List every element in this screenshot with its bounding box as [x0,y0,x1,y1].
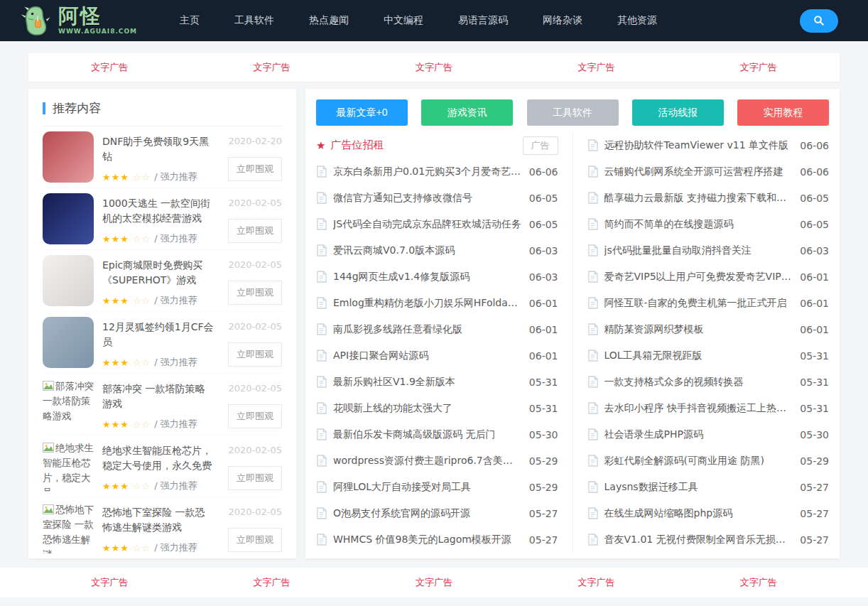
view-now-button[interactable]: 立即围观 [228,157,282,181]
article-date: 05-31 [529,377,558,388]
rating-text: / 强力推荐 [154,480,197,492]
text-ad-link[interactable]: 文字广告 [28,61,190,74]
text-ad-link[interactable]: 文字广告 [190,576,352,589]
recommended-item: DNF助手免费领取9天黑钻★★★☆☆/ 强力推荐2020-02-20立即围观 [43,126,282,188]
article-link[interactable]: 爱讯云商城V0.7.0版本源码 [333,244,522,257]
text-ad-link[interactable]: 文字广告 [353,61,515,74]
recommended-item-title[interactable]: DNF助手免费领取9天黑钻 [102,136,209,162]
article-link[interactable]: 最新伯乐发卡商城高级版源码 无后门 [333,428,522,441]
article-link[interactable]: 云铺购代刷网系统全开源可运营程序搭建 [604,166,793,178]
broken-image-icon [43,381,54,391]
article-link[interactable]: 爱奇艺VIP5以上用户可免费发爱奇艺VIP红包 [604,271,793,283]
view-now-button[interactable]: 立即围观 [228,281,282,305]
article-link[interactable]: 社会语录生成PHP源码 [604,428,793,441]
view-now-button[interactable]: 立即围观 [228,342,282,367]
article-link[interactable]: LOL工具箱无限视距版 [604,350,793,362]
article-link[interactable]: 彩虹代刷全解源码(可商业用途 防黑) [604,455,793,467]
article-row: 酷享磁力云最新版 支持磁力搜索下载和一...06-05 [587,185,830,211]
article-row: 阿狸LOL大厅自动接受对局工具05-29 [316,474,558,500]
article-link[interactable]: 酷享磁力云最新版 支持磁力搜索下载和一... [604,192,793,205]
articles-panel: 最新文章+0游戏资讯工具软件活动线报实用教程 ★ 广告位招租 广告 京东白条新用… [305,89,840,558]
article-link[interactable]: Emlog重构精仿老版小刀娱乐网HFoldao模... [333,297,522,310]
category-button[interactable]: 活动线报 [632,99,724,126]
category-button[interactable]: 工具软件 [527,99,619,126]
article-link[interactable]: 去水印小程序 快手抖音视频搬运工上热门... [604,402,793,415]
article-link[interactable]: API接口聚合网站源码 [333,350,522,362]
article-link[interactable]: 阿怪互联-自家的免费主机第一批正式开启 [604,297,793,310]
ad-slot-link[interactable]: 广告位招租 [330,139,522,152]
article-link[interactable]: 南瓜影视多线路任意看绿化版 [333,323,522,336]
article-link[interactable]: 144g网页生成v1.4修复版源码 [333,271,522,283]
article-link[interactable]: Laysns数据迁移工具 [604,481,793,494]
article-row: 最新伯乐发卡商城高级版源码 无后门05-30 [316,421,558,448]
text-ad-link[interactable]: 文字广告 [515,576,677,589]
view-now-button[interactable]: 立即围观 [228,404,282,428]
article-link[interactable]: wordpress资源付费主题ripro6.7含美化包... [333,455,522,467]
nav-item[interactable]: 主页 [180,14,200,27]
star-filled-icons: ★★★ [102,419,129,430]
article-link[interactable]: 音友V1.01 无视付费限制全网音乐无损免费... [604,534,793,546]
category-button[interactable]: 游戏资讯 [421,99,513,126]
article-link[interactable]: 京东白条新用户0.01元购买3个月爱奇艺黄... [333,166,522,178]
article-link[interactable]: 远程协助软件TeamViewer v11 单文件版 [604,139,793,152]
text-ad-link[interactable]: 文字广告 [190,61,352,74]
thumbnail[interactable] [43,317,94,368]
file-icon [587,166,598,178]
view-now-button[interactable]: 立即围观 [228,528,282,552]
broken-thumbnail[interactable]: 部落冲突 一款塔防策略游戏 [43,379,94,430]
thumbnail[interactable] [43,193,94,244]
nav-item[interactable]: 易语言源码 [458,14,508,27]
thumbnail[interactable] [43,255,94,306]
site-logo[interactable]: 阿怪 WWW.AGUAI8.COM [20,4,137,37]
article-row: wordpress资源付费主题ripro6.7含美化包...05-29 [316,448,558,474]
rating: ★★★☆☆/ 强力推荐 [102,480,214,492]
nav-item[interactable]: 工具软件 [234,14,274,27]
text-ad-link[interactable]: 文字广告 [28,576,190,589]
recommended-item-meta: 2020-02-05立即围观 [219,440,282,492]
search-button[interactable] [800,9,838,33]
article-link[interactable]: 简约而不简单的在线搜题源码 [604,218,793,231]
nav-item[interactable]: 网络杂谈 [543,14,582,27]
article-link[interactable]: WHMCS 价值98美元的Lagom模板开源 [333,534,522,546]
file-icon [316,428,327,440]
broken-thumbnail[interactable]: 恐怖地下室探险 一款恐怖逃生解谜 [43,502,94,553]
recommended-item-title[interactable]: 绝地求生智能压枪芯片，稳定大号使用，永久免费 [102,445,212,471]
nav-item[interactable]: 热点趣闻 [309,14,349,27]
article-link[interactable]: 微信官方通知已支持修改微信号 [333,192,522,205]
broken-thumbnail[interactable]: 绝地求生智能压枪芯片，稳定大号 [43,440,94,492]
article-link[interactable]: 精防某资源网织梦模板 [604,323,793,336]
category-button[interactable]: 实用教程 [737,99,829,126]
article-link[interactable]: 阿狸LOL大厅自动接受对局工具 [333,481,522,494]
article-row: JS代码全自动完成京东品牌狂欢城活动任务06-05 [316,211,558,237]
text-ad-link[interactable]: 文字广告 [678,576,840,589]
category-button[interactable]: 最新文章+0 [316,99,408,126]
article-link[interactable]: 花呗新上线的功能太强大了 [333,402,522,415]
star-filled-icons: ★★★ [102,543,129,553]
nav-item[interactable]: 其他资源 [617,14,657,27]
recommended-item-title[interactable]: Epic商城限时免费购买《SUPERHOT》游戏 [102,259,202,286]
article-list-left: ★ 广告位招租 广告 京东白条新用户0.01元购买3个月爱奇艺黄...06-06… [316,132,573,553]
article-link[interactable]: 在线生成网站缩略图php源码 [604,507,793,520]
text-ad-link[interactable]: 文字广告 [515,61,677,74]
category-buttons: 最新文章+0游戏资讯工具软件活动线报实用教程 [316,99,829,126]
recommended-item-title[interactable]: 部落冲突 一款塔防策略游戏 [102,383,205,409]
rating: ★★★☆☆/ 强力推荐 [102,356,214,369]
logo-dino-icon [20,4,54,37]
view-now-button[interactable]: 立即围观 [228,219,282,243]
recommended-item-title[interactable]: 12月灵狐签约领1月CF会员 [102,321,214,347]
article-link[interactable]: JS代码全自动完成京东品牌狂欢城活动任务 [333,218,522,231]
recommended-item-title[interactable]: 1000天逃生 一款空间街机的太空模拟经营游戏 [102,198,210,224]
file-icon [587,350,598,362]
file-icon [587,218,598,230]
article-row: 最新乐购社区V1.9全新版本05-31 [316,369,558,395]
article-link[interactable]: 最新乐购社区V1.9全新版本 [333,376,522,389]
recommended-item-title[interactable]: 恐怖地下室探险 一款恐怖逃生解谜类游戏 [102,507,205,533]
nav-item[interactable]: 中文编程 [384,14,423,27]
view-now-button[interactable]: 立即围观 [228,466,282,490]
text-ad-link[interactable]: 文字广告 [678,61,840,74]
thumbnail[interactable] [43,131,94,183]
article-link[interactable]: js代码批量批量自动取消抖音关注 [604,244,793,257]
article-link[interactable]: 一款支持格式众多的视频转换器 [604,376,793,389]
text-ad-link[interactable]: 文字广告 [353,576,515,589]
article-link[interactable]: O泡易支付系统官网的源码开源 [333,507,522,520]
